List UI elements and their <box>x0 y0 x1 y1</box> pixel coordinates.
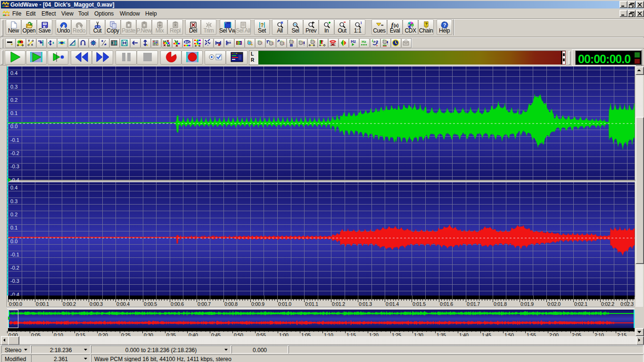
svg-text:Hz: Hz <box>351 39 356 44</box>
svg-text:(x): (x) <box>394 23 399 28</box>
svg-text:?: ? <box>425 22 428 26</box>
svg-text:x: x <box>31 43 33 46</box>
svg-text:1: 1 <box>360 21 362 25</box>
svg-text:Hz: Hz <box>362 40 366 44</box>
svg-text:Y: Y <box>28 39 30 42</box>
svg-text:+2: +2 <box>373 40 378 44</box>
svg-text:M: M <box>167 43 170 47</box>
svg-text:EQ: EQ <box>185 41 190 44</box>
